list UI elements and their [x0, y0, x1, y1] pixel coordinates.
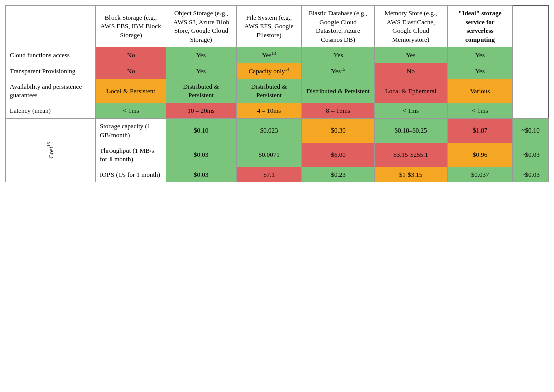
storage-capacity-ideal: ~$0.10 — [513, 118, 549, 143]
transparent-memory: No — [375, 63, 448, 79]
cloud-access-elastic: Yes — [302, 47, 375, 63]
empty-header — [6, 6, 96, 47]
ideal-storage-header: "Ideal" storage service for serverless c… — [448, 6, 513, 47]
storage-capacity-filesystem: $0.30 — [302, 118, 375, 143]
transparent-row: Transparent Provisioning No Yes Capacity… — [6, 63, 549, 79]
availability-block: Local & Persistent — [96, 79, 166, 103]
iops-object: $7.1 — [237, 167, 302, 182]
availability-row: Availability and persistence guarantees … — [6, 79, 549, 103]
iops-label: IOPS (1/s for 1 month) — [96, 167, 166, 182]
latency-object: 10 – 20ms — [166, 103, 237, 119]
availability-memory: Local & Ephemeral — [375, 79, 448, 103]
iops-block: $0.03 — [166, 167, 237, 182]
throughput-label: Throughput (1 MB/s for 1 month) — [96, 143, 166, 167]
cloud-access-memory: Yes — [375, 47, 448, 63]
transparent-label: Transparent Provisioning — [6, 63, 96, 79]
throughput-object: $0.0071 — [237, 143, 302, 167]
transparent-object: Yes — [166, 63, 237, 79]
latency-filesystem: 4 – 10ms — [237, 103, 302, 119]
storage-capacity-label: Storage capacity (1 GB/month) — [96, 118, 166, 143]
cloud-access-label: Cloud functions access — [6, 47, 96, 63]
iops-memory: $0.037 — [448, 167, 513, 182]
transparent-elastic: Yes15 — [302, 63, 375, 79]
iops-elastic: $1-$3.15 — [375, 167, 448, 182]
cloud-access-filesystem: Yes13 — [237, 47, 302, 63]
throughput-elastic: $3.15-$255.1 — [375, 143, 448, 167]
latency-memory: < 1ms — [375, 103, 448, 119]
storage-capacity-memory: $1.87 — [448, 118, 513, 143]
elastic-db-header: Elastic Database (e.g., Google Cloud Dat… — [302, 6, 375, 47]
comparison-table-wrapper: Block Storage (e.g., AWS EBS, IBM Block … — [5, 5, 549, 182]
storage-capacity-block: $0.10 — [166, 118, 237, 143]
cost-label: Cost16 — [6, 118, 96, 182]
iops-filesystem: $0.23 — [302, 167, 375, 182]
transparent-filesystem: Capacity only14 — [237, 63, 302, 79]
iops-ideal: ~$0.03 — [513, 167, 549, 182]
throughput-block: $0.03 — [166, 143, 237, 167]
latency-row: Latency (mean) < 1ms 10 – 20ms 4 – 10ms … — [6, 103, 549, 119]
cloud-access-row: Cloud functions access No Yes Yes13 Yes … — [6, 47, 549, 63]
throughput-ideal: ~$0.03 — [513, 143, 549, 167]
storage-capacity-elastic: $0.18–$0.25 — [375, 118, 448, 143]
memory-store-header: Memory Store (e.g., AWS ElastiCache, Goo… — [375, 6, 448, 47]
storage-capacity-object: $0.023 — [237, 118, 302, 143]
availability-filesystem: Distributed & Persistent — [237, 79, 302, 103]
object-storage-header: Object Storage (e.g., AWS S3, Azure Blob… — [166, 6, 237, 47]
transparent-block: No — [96, 63, 166, 79]
cloud-access-block: No — [96, 47, 166, 63]
availability-label: Availability and persistence guarantees — [6, 79, 96, 103]
transparent-ideal: Yes — [448, 63, 513, 79]
availability-object: Distributed & Persistent — [166, 79, 237, 103]
block-storage-header: Block Storage (e.g., AWS EBS, IBM Block … — [96, 6, 166, 47]
latency-elastic: 8 – 15ms — [302, 103, 375, 119]
cloud-access-object: Yes — [166, 47, 237, 63]
throughput-filesystem: $6.00 — [302, 143, 375, 167]
latency-ideal: < 1ms — [448, 103, 513, 119]
availability-elastic: Distributed & Persistent — [302, 79, 375, 103]
throughput-memory: $0.96 — [448, 143, 513, 167]
latency-block: < 1ms — [96, 103, 166, 119]
filesystem-header: File System (e.g., AWS EFS, Google Files… — [237, 6, 302, 47]
cloud-access-ideal: Yes — [448, 47, 513, 63]
availability-ideal: Various — [448, 79, 513, 103]
latency-label: Latency (mean) — [6, 103, 96, 119]
storage-comparison-table: Block Storage (e.g., AWS EBS, IBM Block … — [5, 5, 549, 182]
storage-capacity-row: Cost16 Storage capacity (1 GB/month) $0.… — [6, 118, 549, 143]
